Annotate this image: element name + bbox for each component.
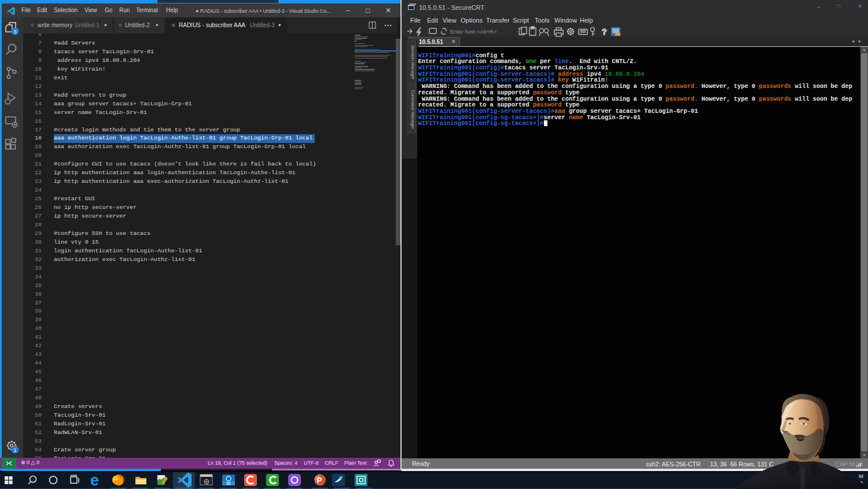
svg-text:Enter host <Alt+R>: Enter host <Alt+R> [450, 28, 497, 35]
svg-text:e: e [90, 472, 99, 489]
svg-text:?: ? [602, 27, 607, 36]
svg-text:P: P [317, 476, 322, 485]
svg-text:1: 1 [13, 447, 16, 453]
svg-text:3: 3 [14, 29, 17, 35]
